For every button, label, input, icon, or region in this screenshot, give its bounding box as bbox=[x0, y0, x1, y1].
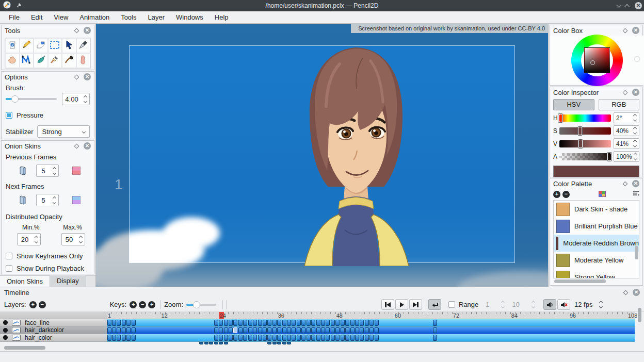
keyframe[interactable] bbox=[365, 335, 369, 341]
palette-item[interactable]: Strong Yellow bbox=[554, 269, 639, 278]
menu-layer[interactable]: Layer bbox=[142, 11, 170, 23]
maximize-window-button[interactable] bbox=[624, 4, 630, 9]
menu-tools[interactable]: Tools bbox=[115, 11, 142, 23]
keyframe[interactable] bbox=[369, 335, 374, 341]
keyframe[interactable] bbox=[107, 335, 111, 341]
keyframe[interactable] bbox=[248, 327, 252, 334]
close-panel-icon[interactable]: ✕ bbox=[84, 27, 91, 34]
keyframe[interactable] bbox=[301, 320, 305, 326]
keyframe[interactable] bbox=[287, 327, 291, 334]
keyframe[interactable] bbox=[132, 320, 136, 326]
next-frames-spinbox[interactable]: 5 bbox=[36, 194, 59, 206]
remove-layer-button[interactable]: − bbox=[39, 301, 46, 308]
previous-frames-spinbox[interactable]: 5 bbox=[36, 164, 59, 177]
layer-row-face_line[interactable]: face_line bbox=[0, 319, 107, 327]
hand-tool-button[interactable] bbox=[5, 53, 20, 68]
close-window-button[interactable]: ✕ bbox=[635, 2, 642, 9]
keyframe[interactable] bbox=[272, 320, 277, 326]
keyframe[interactable] bbox=[369, 327, 374, 334]
keyframe[interactable] bbox=[345, 320, 349, 326]
bucket-tool-button[interactable] bbox=[76, 53, 91, 68]
keyframe[interactable] bbox=[277, 320, 281, 326]
float-panel-icon[interactable] bbox=[623, 290, 629, 295]
keyframe[interactable] bbox=[229, 335, 233, 341]
keyframe[interactable] bbox=[282, 327, 286, 334]
smudge-tool-button[interactable] bbox=[34, 53, 48, 68]
keyframe[interactable] bbox=[272, 327, 277, 334]
keyframe[interactable] bbox=[117, 320, 121, 326]
keyframe[interactable] bbox=[267, 327, 271, 334]
keyframe[interactable] bbox=[253, 320, 257, 326]
sound-scrub-button[interactable] bbox=[557, 299, 570, 310]
keyframe[interactable] bbox=[307, 335, 311, 341]
keyframe[interactable] bbox=[335, 335, 340, 341]
keyframe[interactable] bbox=[321, 320, 325, 326]
keyframe[interactable] bbox=[311, 320, 315, 326]
keyframe[interactable] bbox=[341, 335, 345, 341]
keyframe[interactable] bbox=[365, 320, 369, 326]
keyframe[interactable] bbox=[258, 335, 262, 341]
keyframe[interactable] bbox=[316, 327, 320, 334]
keyframe[interactable] bbox=[360, 327, 364, 334]
palette-item[interactable]: Moderate Yellow bbox=[554, 252, 639, 269]
keyframe[interactable] bbox=[233, 320, 237, 326]
keyframe[interactable] bbox=[219, 320, 223, 326]
keyframe[interactable] bbox=[122, 327, 126, 334]
pen-tool-button[interactable] bbox=[76, 38, 91, 53]
keyframe[interactable] bbox=[326, 327, 330, 334]
previous-frame-button[interactable] bbox=[381, 299, 394, 310]
keyframe[interactable] bbox=[355, 320, 359, 326]
keyframe[interactable] bbox=[355, 335, 359, 341]
close-panel-icon[interactable]: ✕ bbox=[633, 289, 640, 296]
keyframe[interactable] bbox=[224, 335, 228, 341]
timeline-ruler[interactable]: 11224364860728496108 bbox=[107, 312, 635, 319]
add-color-button[interactable]: + bbox=[553, 191, 560, 198]
keyframe[interactable] bbox=[335, 327, 340, 334]
clear-tool-button[interactable] bbox=[5, 38, 20, 53]
keyframe[interactable] bbox=[331, 335, 335, 341]
keyframe[interactable] bbox=[375, 327, 379, 334]
s-slider[interactable] bbox=[559, 127, 611, 135]
range-checkbox[interactable] bbox=[448, 301, 455, 308]
h-value-spinbox[interactable]: 2° bbox=[614, 112, 639, 123]
hsv-mode-button[interactable]: HSV bbox=[553, 99, 594, 110]
duplicate-keyframe-button[interactable]: + bbox=[148, 301, 155, 308]
layer-visibility-dot[interactable] bbox=[3, 320, 8, 325]
keyframe[interactable] bbox=[126, 320, 131, 326]
a-slider[interactable] bbox=[559, 153, 611, 160]
keyframe[interactable] bbox=[243, 320, 247, 326]
keyframe[interactable] bbox=[350, 320, 355, 326]
layer-row-hair_color[interactable]: hair_color bbox=[0, 334, 107, 342]
keyframe[interactable] bbox=[122, 320, 126, 326]
timeline-zoom-slider[interactable] bbox=[186, 304, 216, 306]
keyframe[interactable] bbox=[307, 320, 311, 326]
keyframe[interactable] bbox=[433, 320, 437, 326]
keyframe[interactable] bbox=[292, 327, 296, 334]
close-panel-icon[interactable]: ✕ bbox=[84, 142, 91, 150]
keyframe[interactable] bbox=[272, 335, 277, 341]
timeline-horizontal-scrollbar[interactable] bbox=[4, 346, 45, 350]
keyframe[interactable] bbox=[248, 320, 252, 326]
keyframe[interactable] bbox=[360, 320, 364, 326]
float-panel-icon[interactable] bbox=[74, 28, 79, 33]
keyframe[interactable] bbox=[297, 335, 301, 341]
remove-keyframe-button[interactable]: − bbox=[139, 301, 146, 308]
layer-track-face_line[interactable] bbox=[107, 319, 635, 327]
keyframe[interactable] bbox=[287, 335, 291, 341]
close-panel-icon[interactable]: ✕ bbox=[632, 180, 639, 187]
v-value-spinbox[interactable]: 41% bbox=[614, 138, 639, 149]
keyframe[interactable] bbox=[321, 335, 325, 341]
keyframe[interactable] bbox=[112, 327, 116, 334]
play-button[interactable] bbox=[395, 299, 408, 310]
keyframe[interactable] bbox=[307, 327, 311, 334]
shade-window-button[interactable] bbox=[617, 3, 622, 8]
keyframe[interactable] bbox=[287, 320, 291, 326]
keyframe[interactable] bbox=[219, 335, 223, 341]
palette-horizontal-scrollbar[interactable] bbox=[554, 279, 606, 283]
polyline-tool-button[interactable] bbox=[20, 53, 34, 68]
keyframe[interactable] bbox=[214, 320, 218, 326]
hue-selector[interactable] bbox=[635, 57, 639, 61]
pencil-tool-button[interactable] bbox=[20, 38, 34, 53]
layer-track-hair_color[interactable] bbox=[107, 334, 635, 342]
add-keyframe-button[interactable]: + bbox=[130, 301, 137, 308]
